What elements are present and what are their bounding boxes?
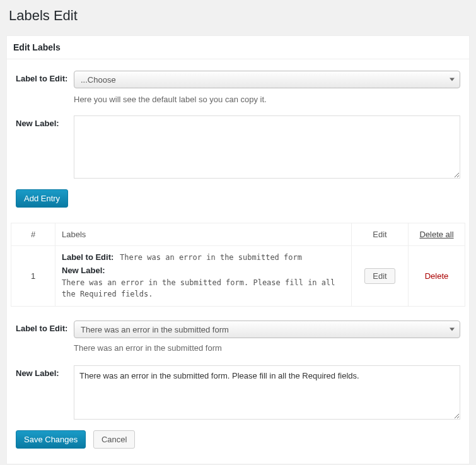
lower-new-label-label: New Label:	[16, 365, 74, 378]
label-to-edit-select[interactable]: ...Choose	[74, 71, 460, 88]
label-hint-text: Here you will see the default label so y…	[74, 92, 267, 104]
delete-link[interactable]: Delete	[425, 271, 449, 281]
save-changes-button[interactable]: Save Changes	[16, 430, 86, 449]
lower-select-value: There was an error in the submitted form	[81, 325, 229, 334]
col-edit: Edit	[352, 223, 409, 246]
chevron-down-icon	[450, 328, 455, 331]
row-label-to-edit-value: There was an error in the submitted form	[120, 253, 302, 262]
col-num: #	[11, 223, 55, 246]
panel-title: Edit Labels	[13, 42, 61, 52]
cancel-button[interactable]: Cancel	[93, 430, 135, 449]
row-label-to-edit-key: Label to Edit:	[62, 252, 113, 262]
row-num: 1	[11, 246, 55, 307]
panel-body: Label to Edit: ...Choose Here you will s…	[7, 59, 469, 464]
row-new-label-value: There was an error in the submitted form…	[62, 277, 345, 300]
page-title: Labels Edit	[6, 0, 470, 35]
chevron-down-icon	[450, 78, 455, 81]
table-row: 1 Label to Edit: There was an error in t…	[11, 246, 465, 307]
new-label-textarea[interactable]	[74, 115, 460, 179]
add-entry-button[interactable]: Add Entry	[16, 189, 68, 208]
label-to-edit-label: Label to Edit:	[16, 71, 74, 83]
col-labels: Labels	[55, 223, 352, 246]
edit-button[interactable]: Edit	[364, 268, 395, 284]
edit-labels-panel: Edit Labels Label to Edit: ...Choose	[6, 35, 470, 464]
lower-label-to-edit-select[interactable]: There was an error in the submitted form	[74, 321, 460, 338]
lower-label-to-edit-label: Label to Edit:	[16, 321, 74, 333]
panel-header[interactable]: Edit Labels	[7, 36, 469, 59]
entries-table: # Labels Edit Delete all 1 Label to Edit…	[11, 223, 465, 307]
delete-all-link[interactable]: Delete all	[419, 230, 453, 239]
row-new-label-key: New Label:	[62, 266, 105, 275]
lower-hint-text: There was an error in the submitted form	[74, 341, 222, 353]
new-label-label: New Label:	[16, 115, 74, 128]
select-value: ...Choose	[81, 75, 116, 85]
lower-new-label-textarea[interactable]	[74, 365, 460, 420]
